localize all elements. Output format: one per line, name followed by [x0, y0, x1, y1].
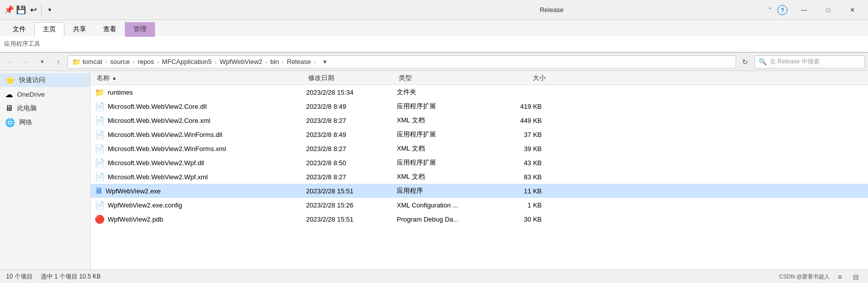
table-row[interactable]: 📁 runtimes 2023/2/28 15:34 文件夹 — [91, 85, 868, 99]
star-icon: ⭐ — [5, 76, 15, 85]
file-name-cell: 🖥 WpfWebView2.exe — [95, 186, 306, 195]
breadcrumb-release[interactable]: Release — [287, 58, 311, 65]
computer-icon: 🖥 — [5, 104, 13, 113]
refresh-button[interactable]: ↻ — [738, 55, 752, 69]
window-controls: ⌃ ? — □ ✕ — [768, 2, 864, 18]
tab-home[interactable]: 主页 — [34, 22, 64, 37]
save-icon[interactable]: 💾 — [16, 5, 26, 15]
dll-file-icon: 📄 — [95, 130, 105, 139]
sort-icon: ▲ — [112, 75, 117, 81]
dll-file-icon: 📄 — [95, 158, 105, 168]
file-size-cell: 39 KB — [487, 145, 548, 153]
breadcrumb-sep-4: › — [265, 59, 267, 65]
table-row[interactable]: 📄 Microsoft.Web.WebView2.Wpf.xml 2023/2/… — [91, 170, 868, 184]
file-type-cell: 文件夹 — [397, 88, 487, 97]
address-bar[interactable]: 📁 tomcat › source › repos › MFCApplicati… — [67, 55, 736, 68]
file-name-label: Microsoft.Web.WebView2.Core.dll — [108, 103, 207, 110]
file-name-label: WpfWebView2.exe — [106, 187, 161, 195]
maximize-button[interactable]: □ — [817, 2, 840, 18]
help-icon[interactable]: ? — [777, 5, 787, 15]
file-date-cell: 2023/2/8 8:27 — [306, 117, 397, 124]
status-watermark: CSDN @爱看书超人 — [779, 273, 830, 280]
file-name-label: Microsoft.Web.WebView2.Wpf.dll — [108, 159, 204, 167]
file-name-label: WpfWebView2.exe.config — [108, 201, 182, 209]
nav-dropdown-button[interactable]: ▾ — [35, 55, 49, 69]
file-type-cell: 应用程序 — [397, 186, 487, 195]
breadcrumb-sep-5: › — [282, 59, 284, 65]
breadcrumb-mfcapp[interactable]: MFCApplication5 — [162, 58, 212, 65]
file-name-label: Microsoft.Web.WebView2.Core.xml — [108, 117, 210, 124]
table-row[interactable]: 📄 Microsoft.Web.WebView2.WinForms.dll 20… — [91, 127, 868, 142]
chevron-down-icon[interactable]: ▾ — [45, 5, 55, 15]
breadcrumb-source[interactable]: source — [110, 58, 130, 65]
table-row[interactable]: 📄 WpfWebView2.exe.config 2023/2/28 15:26… — [91, 198, 868, 212]
ribbon-sub-label: 应用程序工具 — [4, 40, 40, 48]
table-row[interactable]: 🖥 WpfWebView2.exe 2023/2/28 15:51 应用程序 1… — [91, 184, 868, 198]
folder-pin-icon: 📌 — [4, 5, 14, 15]
ribbon-content: 应用程序工具 — [0, 36, 868, 52]
breadcrumb-bin[interactable]: bin — [270, 58, 279, 65]
xml-file-icon: 📄 — [95, 116, 105, 125]
tab-manage[interactable]: 管理 — [125, 22, 155, 37]
search-bar[interactable]: 🔍 在 Release 中搜索 — [754, 55, 865, 68]
undo-icon[interactable]: ↩ — [28, 5, 38, 15]
nav-back-button[interactable]: ← — [3, 55, 17, 69]
file-size-cell: 83 KB — [487, 173, 548, 181]
file-size-cell: 419 KB — [487, 103, 548, 110]
breadcrumb-sep-3: › — [215, 59, 217, 65]
folder-file-icon: 📁 — [95, 88, 105, 97]
sidebar-item-network[interactable]: 🌐 网络 — [0, 115, 90, 129]
tab-share[interactable]: 共享 — [64, 22, 95, 37]
minimize-button[interactable]: — — [792, 2, 816, 18]
table-row[interactable]: 📄 Microsoft.Web.WebView2.Core.xml 2023/2… — [91, 113, 868, 127]
view-details-button[interactable]: ≡ — [834, 271, 846, 283]
status-bar: 10 个项目 选中 1 个项目 10.5 KB CSDN @爱看书超人 ≡ ⊟ — [0, 269, 868, 283]
sidebar-item-quick-access[interactable]: ⭐ 快速访问 — [0, 73, 90, 87]
file-list: 名称 ▲ 修改日期 类型 大小 📁 runtimes 2023/2/28 15:… — [91, 71, 868, 269]
file-size-cell: 449 KB — [487, 117, 548, 124]
tab-file[interactable]: 文件 — [4, 22, 34, 37]
sidebar-label-this-pc: 此电脑 — [17, 104, 37, 113]
table-row[interactable]: 📄 Microsoft.Web.WebView2.Core.dll 2023/2… — [91, 99, 868, 113]
file-date-cell: 2023/2/8 8:50 — [306, 159, 397, 167]
file-name-cell: 📄 Microsoft.Web.WebView2.Core.dll — [95, 102, 306, 111]
file-name-cell: 📄 Microsoft.Web.WebView2.Wpf.dll — [95, 158, 306, 168]
tab-view[interactable]: 查看 — [95, 22, 125, 37]
file-size-cell: 30 KB — [487, 216, 548, 223]
file-size-cell: 37 KB — [487, 131, 548, 138]
close-button[interactable]: ✕ — [841, 2, 864, 18]
breadcrumb-sep-6: › — [314, 59, 316, 65]
file-date-cell: 2023/2/28 15:51 — [306, 187, 397, 195]
file-type-cell: XML 文档 — [397, 144, 487, 153]
breadcrumb-tomcat[interactable]: tomcat — [83, 58, 102, 65]
address-bar-row: ← → ▾ ↑ 📁 tomcat › source › repos › MFCA… — [0, 53, 868, 71]
column-header-date[interactable]: 修改日期 — [306, 74, 397, 83]
sidebar-item-this-pc[interactable]: 🖥 此电脑 — [0, 101, 90, 115]
file-name-cell: 📄 Microsoft.Web.WebView2.Wpf.xml — [95, 172, 306, 182]
sidebar-label-quick-access: 快速访问 — [19, 76, 45, 85]
column-header-size[interactable]: 大小 — [487, 74, 548, 83]
column-header-name[interactable]: 名称 ▲ — [95, 74, 306, 83]
file-name-label: runtimes — [108, 89, 133, 96]
view-tiles-button[interactable]: ⊟ — [850, 271, 862, 283]
file-name-label: WpfWebView2.pdb — [108, 216, 163, 223]
xml-file-icon: 📄 — [95, 172, 105, 182]
nav-up-button[interactable]: ↑ — [51, 55, 65, 69]
address-dropdown-button[interactable]: ▾ — [319, 56, 331, 68]
sidebar-label-network: 网络 — [19, 118, 32, 127]
sidebar: ⭐ 快速访问 ☁ OneDrive 🖥 此电脑 🌐 网络 — [0, 71, 91, 269]
table-row[interactable]: 🔴 WpfWebView2.pdb 2023/2/28 15:51 Progra… — [91, 212, 868, 226]
chevron-up-icon: ⌃ — [768, 7, 772, 13]
file-type-cell: Program Debug Da... — [397, 216, 487, 223]
sidebar-item-onedrive[interactable]: ☁ OneDrive — [0, 87, 90, 101]
pdb-file-icon: 🔴 — [95, 215, 105, 224]
breadcrumb-repos[interactable]: repos — [137, 58, 154, 65]
file-name-cell: 📄 WpfWebView2.exe.config — [95, 200, 306, 210]
breadcrumb-wpfwebview2[interactable]: WpfWebView2 — [220, 58, 262, 65]
table-row[interactable]: 📄 Microsoft.Web.WebView2.WinForms.xml 20… — [91, 142, 868, 156]
toolbar-divider — [41, 4, 42, 16]
column-header-type[interactable]: 类型 — [397, 74, 487, 83]
nav-forward-button[interactable]: → — [19, 55, 33, 69]
table-row[interactable]: 📄 Microsoft.Web.WebView2.Wpf.dll 2023/2/… — [91, 156, 868, 170]
file-type-cell: XML 文档 — [397, 116, 487, 125]
